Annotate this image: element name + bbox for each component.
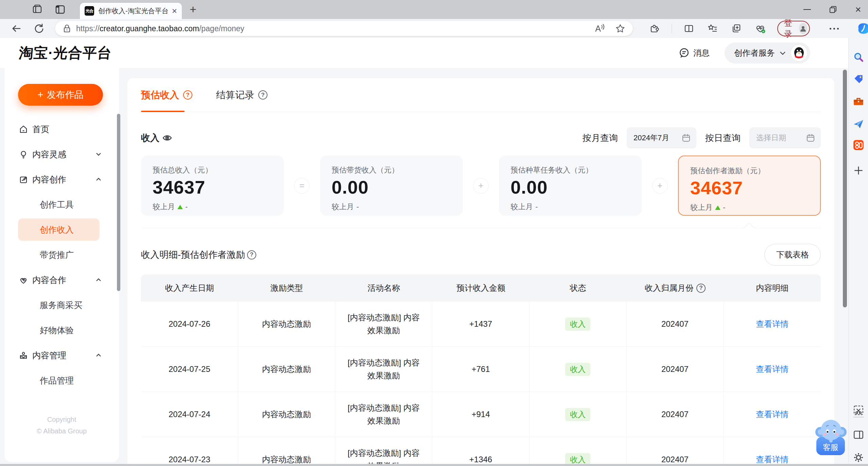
site-favicon: 光合 (85, 6, 94, 16)
messages-button[interactable]: 消息 (678, 47, 710, 59)
plus-operator: + (652, 178, 668, 194)
sidebar-toggle-icon[interactable] (853, 429, 864, 441)
home-icon (19, 125, 28, 134)
hearts-icon (19, 275, 28, 285)
restore-icon[interactable] (825, 0, 841, 19)
view-details-link[interactable]: 查看详情 (756, 318, 788, 330)
page-scrollbar[interactable] (843, 70, 847, 307)
date-picker-input[interactable]: 选择日期 (749, 127, 821, 148)
table-row: 2024-07-26 内容动态激励 [内容动态激励] 内容效果激励 +1437 … (141, 302, 821, 347)
send-plane-icon[interactable] (853, 118, 864, 130)
help-icon[interactable]: ? (696, 284, 706, 293)
help-icon[interactable]: ? (258, 90, 267, 100)
favorites-bar-icon[interactable] (706, 22, 719, 35)
publish-label: 发布作品 (47, 89, 84, 101)
copyright: Copyright © Alibaba Group (4, 414, 119, 437)
extensions-icon[interactable] (648, 22, 661, 35)
browser-tab[interactable]: 光合 创作收入-淘宝光合平台 × (80, 3, 182, 19)
view-details-link[interactable]: 查看详情 (756, 363, 788, 376)
screen: 光合 创作收入-淘宝光合平台 × + × https://creator.gua… (0, 0, 868, 466)
sidebar-item-label: 内容创作 (32, 174, 66, 185)
sidebar-item-promotion[interactable]: 带货推广 (4, 242, 119, 267)
browser-essentials-icon[interactable] (753, 22, 767, 35)
window-bottom-edge (0, 464, 868, 466)
toolbox-icon[interactable] (853, 96, 864, 108)
back-icon[interactable] (10, 22, 23, 35)
sidebar-item-product-trial[interactable]: 好物体验 (4, 318, 119, 343)
sidebar-item-label: 内容管理 (32, 350, 66, 361)
equals-operator: = (294, 178, 310, 194)
add-icon[interactable] (853, 165, 864, 176)
settings-gear-icon[interactable] (853, 452, 864, 463)
refresh-icon[interactable] (32, 22, 46, 35)
chevron-down-icon (780, 51, 786, 55)
minimize-icon[interactable] (799, 0, 815, 19)
screenshot-icon[interactable] (853, 405, 864, 416)
user-avatar[interactable] (791, 44, 808, 61)
help-icon[interactable]: ? (183, 90, 192, 100)
sidebar-item-creation-tools[interactable]: 创作工具 (4, 192, 119, 217)
creator-service-label: 创作者服务 (734, 48, 775, 58)
customer-service-button[interactable]: 客服 (815, 417, 847, 456)
shopping-tag-icon[interactable] (853, 73, 864, 85)
sidebar-item-service-purchase[interactable]: 服务商采买 (4, 292, 119, 318)
sidebar-item-inspiration[interactable]: 内容灵感 (4, 142, 119, 167)
profile-avatar-icon (799, 23, 807, 34)
sidebar-item-content-management[interactable]: 内容管理 (4, 343, 119, 368)
stat-card-sales-income: 预估带货收入（元） 0.00 较上月- (320, 156, 463, 216)
sidebar-item-works-management[interactable]: 作品管理 (4, 368, 119, 393)
tab-estimated-income[interactable]: 预估收入 ? (141, 78, 192, 112)
collections-icon[interactable] (730, 22, 743, 35)
login-button[interactable]: 登录 (777, 21, 810, 36)
table-header: 收入产生日期 激励类型 活动名称 预计收入金额 状态 收入归属月份? 内容明细 (141, 274, 821, 302)
month-query-label: 按月查询 (583, 132, 618, 144)
split-screen-icon[interactable] (682, 22, 696, 35)
publish-button[interactable]: + 发布作品 (18, 84, 103, 106)
stat-card-creator-incentive[interactable]: 预估创作者激励（元） 34637 较上月- (678, 156, 821, 216)
messages-label: 消息 (693, 48, 710, 58)
month-picker-input[interactable]: 2024年7月 (627, 127, 696, 148)
vertical-tabs-icon[interactable] (54, 4, 66, 15)
income-table: 收入产生日期 激励类型 活动名称 预计收入金额 状态 收入归属月份? 内容明细 … (141, 274, 821, 464)
income-filter-row: 收入 按月查询 2024年7月 按日查询 选择日期 (141, 127, 821, 149)
eye-icon[interactable] (162, 133, 172, 143)
sidebar-scrollbar[interactable] (117, 114, 120, 291)
sidebar-item-creation-income[interactable]: 创作收入 (18, 218, 100, 241)
site-logo[interactable]: 淘宝·光合平台 (18, 43, 113, 62)
address-bar[interactable]: https://creator.guanghe.taobao.com/page/… (55, 21, 633, 36)
chevron-down-icon (96, 153, 101, 156)
help-icon[interactable]: ? (247, 250, 256, 259)
favorite-star-icon[interactable] (615, 23, 625, 34)
stat-card-task-income: 预估种草任务收入（元） 0.00 较上月- (499, 156, 642, 216)
table-row: 2024-07-23 内容动态激励 [内容动态激励] 内容效果激励 +1346 … (141, 437, 821, 464)
creator-service-dropdown[interactable]: 创作者服务 (725, 42, 810, 64)
lock-icon[interactable] (63, 24, 71, 33)
sidebar-item-label: 内容合作 (32, 274, 66, 286)
sidebar-item-cooperation[interactable]: 内容合作 (4, 267, 119, 292)
status-badge: 收入 (565, 363, 590, 376)
chevron-up-icon (96, 178, 101, 181)
sidebar-item-label: 首页 (32, 124, 49, 135)
tab-close-icon[interactable]: × (172, 6, 177, 15)
stat-card-total-income: 预估总收入（元） 34637 较上月- (141, 156, 284, 216)
sidebar-item-home[interactable]: 首页 (4, 116, 119, 142)
kuaishou-icon[interactable] (853, 139, 864, 151)
workspaces-icon[interactable] (31, 4, 43, 15)
new-tab-icon[interactable]: + (190, 3, 196, 16)
plus-icon: + (37, 89, 44, 101)
copilot-icon[interactable] (857, 22, 868, 35)
main-panel: 预估收入 ? 结算记录 ? 收入 按月查询 2024年7月 (127, 78, 834, 464)
sidebar-item-creation[interactable]: 内容创作 (4, 167, 119, 192)
tab-settlement-records[interactable]: 结算记录 ? (216, 78, 267, 112)
calendar-icon (681, 133, 691, 143)
close-icon[interactable]: × (850, 0, 866, 19)
search-icon[interactable] (853, 52, 864, 63)
read-aloud-icon[interactable]: A (595, 24, 605, 34)
view-details-link[interactable]: 查看详情 (756, 453, 788, 464)
more-menu-icon[interactable] (830, 28, 839, 30)
day-query-label: 按日查询 (705, 132, 741, 144)
download-table-button[interactable]: 下载表格 (764, 244, 821, 266)
sidebar-nav: 首页 内容灵感 内容创作 创作工具 创作收入 带货推广 内容合作 (4, 116, 119, 393)
income-tabs: 预估收入 ? 结算记录 ? (141, 78, 821, 112)
view-details-link[interactable]: 查看详情 (756, 408, 788, 421)
